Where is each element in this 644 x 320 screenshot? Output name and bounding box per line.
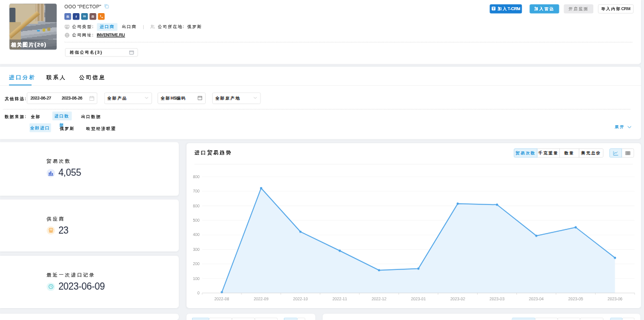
svg-text:2022-08: 2022-08	[215, 297, 230, 301]
svg-text:2023-04: 2023-04	[529, 297, 544, 301]
svg-text:600: 600	[193, 204, 200, 208]
svg-text:2022-12: 2022-12	[371, 297, 386, 301]
svg-text:2022-10: 2022-10	[293, 297, 308, 301]
svg-text:2023-01: 2023-01	[411, 297, 426, 301]
svg-text:100: 100	[193, 276, 200, 281]
svg-text:2023-03: 2023-03	[490, 297, 504, 301]
svg-text:2023-02: 2023-02	[450, 297, 465, 301]
svg-text:0: 0	[197, 291, 200, 295]
svg-text:2023-06: 2023-06	[608, 297, 623, 301]
svg-text:2022-09: 2022-09	[254, 297, 269, 301]
svg-text:500: 500	[193, 218, 200, 222]
svg-text:300: 300	[193, 247, 200, 251]
svg-text:400: 400	[193, 232, 200, 237]
svg-text:2023-05: 2023-05	[568, 297, 583, 301]
svg-text:200: 200	[193, 262, 200, 266]
svg-text:2022-11: 2022-11	[333, 297, 348, 301]
svg-text:800: 800	[193, 175, 200, 179]
svg-text:700: 700	[193, 189, 200, 193]
